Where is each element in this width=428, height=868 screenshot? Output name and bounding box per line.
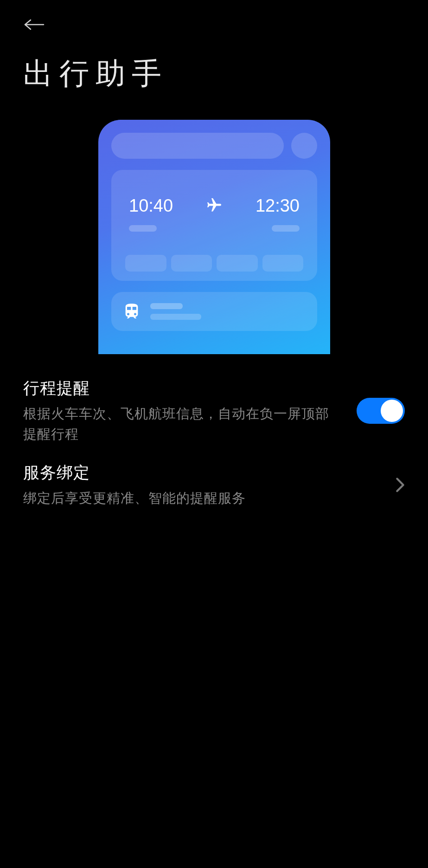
preview-info-item (217, 255, 258, 272)
preview-search-bar (111, 133, 284, 159)
trip-reminder-description: 根据火车车次、飞机航班信息，自动在负一屏顶部提醒行程 (23, 404, 338, 444)
preview-train-bar (150, 314, 201, 320)
toggle-thumb (381, 400, 403, 422)
preview-illustration: 10:40 12:30 (98, 120, 330, 354)
preview-flight-info (125, 255, 303, 272)
trip-reminder-text: 行程提醒 根据火车车次、飞机航班信息，自动在负一屏顶部提醒行程 (23, 377, 357, 444)
trip-reminder-toggle[interactable] (357, 398, 405, 424)
preview-flight-times: 10:40 12:30 (125, 196, 303, 216)
back-button[interactable] (23, 16, 46, 32)
preview-info-item (262, 255, 304, 272)
preview-info-item (171, 255, 212, 272)
preview-departure-time: 10:40 (129, 196, 173, 216)
preview-flight-card: 10:40 12:30 (111, 170, 317, 281)
service-binding-setting[interactable]: 服务绑定 绑定后享受更精准、智能的提醒服务 (23, 462, 405, 509)
preview-info-item (125, 255, 166, 272)
service-binding-description: 绑定后享受更精准、智能的提醒服务 (23, 488, 377, 509)
service-binding-text: 服务绑定 绑定后享受更精准、智能的提醒服务 (23, 462, 396, 509)
trip-reminder-title: 行程提醒 (23, 377, 338, 399)
airplane-icon (206, 197, 223, 215)
page-title: 出行助手 (23, 53, 168, 94)
preview-label-bar (129, 225, 157, 232)
trip-reminder-setting: 行程提醒 根据火车车次、飞机航班信息，自动在负一屏顶部提醒行程 (23, 377, 405, 444)
preview-train-card (111, 292, 317, 331)
service-binding-title: 服务绑定 (23, 462, 377, 484)
preview-search-row (111, 133, 317, 159)
preview-train-info (150, 303, 201, 320)
train-icon (122, 302, 141, 321)
preview-train-bar (150, 303, 183, 309)
preview-avatar-dot (291, 133, 317, 159)
chevron-right-icon (396, 477, 405, 493)
preview-flight-labels (125, 225, 303, 232)
preview-label-bar (272, 225, 300, 232)
back-arrow-icon (23, 18, 45, 32)
preview-arrival-time: 12:30 (256, 196, 300, 216)
